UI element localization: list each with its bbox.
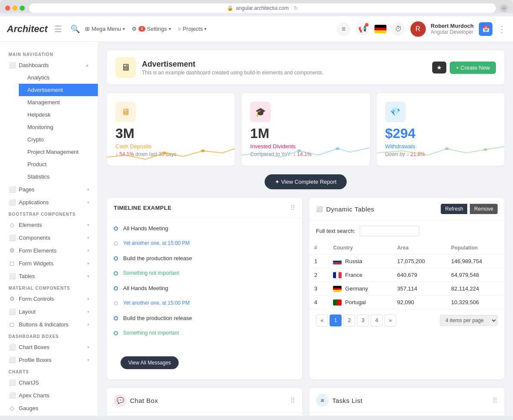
sidebar-item-form-controls[interactable]: ⚙ Form Controls ▾ <box>0 292 98 305</box>
sidebar-item-advertisement[interactable]: Advertisement <box>19 84 98 96</box>
per-page-dropdown[interactable]: 4 items per page 10 items per page <box>440 315 498 326</box>
sidebar-item-components[interactable]: ⬜ Components ▾ <box>0 231 98 244</box>
menu-lines-icon[interactable]: ≡ <box>337 22 351 36</box>
form-widgets-icon: ◻ <box>9 260 15 267</box>
analytics-label: Analytics <box>27 74 89 81</box>
sidebar-item-project-management[interactable]: Project Management <box>19 146 98 158</box>
lock-icon: 🔒 <box>227 5 233 11</box>
pagination-4[interactable]: 4 <box>371 314 383 326</box>
per-page-select[interactable]: 4 items per page 10 items per page <box>440 315 498 326</box>
close-button[interactable] <box>5 6 10 11</box>
sidebar-item-management[interactable]: Management <box>19 96 98 109</box>
minimize-button[interactable] <box>12 6 18 11</box>
bell-icon[interactable]: 📢 <box>356 22 369 36</box>
view-all-messages-button[interactable]: View All Messages <box>121 356 179 369</box>
fullscreen-button[interactable] <box>20 6 25 11</box>
clock-icon[interactable]: ⏱ <box>392 22 405 36</box>
tasks-icon: ≡ <box>316 394 329 407</box>
timeline-dot <box>114 331 118 335</box>
timeline-grid-button[interactable]: ⠿ <box>290 204 295 212</box>
row-population: 10,329,506 <box>446 296 504 309</box>
chevron-down-icon: ▾ <box>87 358 89 362</box>
sidebar-item-apex[interactable]: ⬜ Apex Charts <box>0 389 98 402</box>
dashboard-icon: ⬜ <box>9 62 15 68</box>
sidebar-item-chart-boxes[interactable]: ⬜ Chart Boxes ▾ <box>0 341 98 353</box>
svg-point-4 <box>445 147 449 150</box>
settings-link[interactable]: ⚙ 4 Settings ▾ <box>132 26 171 32</box>
mega-menu-link[interactable]: ⊞ Mega Menu ▾ <box>85 26 125 32</box>
chevron-down-icon: ▾ <box>204 26 206 31</box>
address-bar[interactable]: 🔒 angular.architectui.com ↻ <box>29 3 496 13</box>
pagination-first[interactable]: « <box>316 314 328 326</box>
col-header-population: Population <box>446 241 504 255</box>
chat-icon: 💬 <box>114 394 127 407</box>
refresh-button[interactable]: Refresh <box>441 204 467 214</box>
search-label: Full text search: <box>316 228 355 234</box>
sidebar-item-analytics[interactable]: Analytics <box>19 71 98 84</box>
sidebar-item-helpdesk[interactable]: Helpdesk <box>19 109 98 121</box>
sidebar-item-gauges[interactable]: ◇ Gauges <box>0 402 98 414</box>
row-country: France <box>328 268 392 282</box>
row-area: 640,679 <box>392 268 446 282</box>
sidebar-item-pages[interactable]: ⬜ Pages ▾ <box>0 183 98 196</box>
invested-value: 1M <box>250 126 361 141</box>
dots-menu-icon[interactable]: ⋮ <box>498 24 506 34</box>
chat-grid-button[interactable]: ⠿ <box>290 397 295 405</box>
projects-link[interactable]: ○ Projects ▾ <box>178 26 207 32</box>
sidebar-item-product[interactable]: Product <box>19 158 98 170</box>
withdrawals-icon: 💎 <box>385 102 406 122</box>
row-population: 146,989,754 <box>446 255 504 268</box>
view-report-button[interactable]: ✦ View Complete Report <box>265 174 347 189</box>
user-role: Angular Developer <box>431 29 474 35</box>
pagination-last[interactable]: » <box>384 314 396 326</box>
tl-title: Build the production release <box>123 315 192 321</box>
flag-ru <box>333 258 342 264</box>
sidebar-item-layout[interactable]: ⬜ Layout ▾ <box>0 305 98 318</box>
sidebar-item-tables[interactable]: ⬜ Tables ▾ <box>0 270 98 282</box>
sidebar-item-monitoring[interactable]: Monitoring <box>19 121 98 133</box>
language-flag[interactable] <box>374 25 386 33</box>
sidebar-item-form-elements[interactable]: ⚙ Form Elements ▾ <box>0 244 98 257</box>
sidebar-item-form-widgets[interactable]: ◻ Form Widgets ▾ <box>0 257 98 270</box>
tl-highlight[interactable]: Something not important <box>123 330 179 336</box>
avatar[interactable]: R <box>410 21 426 37</box>
new-tab-button[interactable]: + <box>500 4 508 12</box>
sidebar-item-crypto[interactable]: Crypto <box>19 133 98 146</box>
sidebar-item-elements[interactable]: ◇ Elements ▾ <box>0 218 98 231</box>
svg-point-1 <box>201 150 205 152</box>
nav-right: ≡ 📢 ⏱ R Robert Murdoch Angular Developer… <box>337 21 506 37</box>
timeline-dot <box>114 256 118 261</box>
star-button[interactable]: ★ <box>432 62 446 73</box>
tasks-grid-button[interactable]: ⠿ <box>492 397 498 405</box>
row-country: Portugal <box>328 296 392 309</box>
calendar-icon[interactable]: 📅 <box>479 22 492 36</box>
pagination-1[interactable]: 1 <box>330 314 342 326</box>
sidebar-item-statistics[interactable]: Statistics <box>19 170 98 183</box>
create-new-button[interactable]: + Create New <box>450 62 496 74</box>
form-widgets-label: Form Widgets <box>19 260 84 267</box>
reload-icon[interactable]: ↻ <box>294 5 298 11</box>
sidebar-item-buttons[interactable]: ◻ Buttons & Indicators ▾ <box>0 318 98 331</box>
top-navbar: Architect ☰ 🔍 ⊞ Mega Menu ▾ ⚙ 4 Settings… <box>0 16 513 42</box>
chevron-down-icon: ▾ <box>87 274 89 279</box>
tl-highlight[interactable]: Something not important <box>123 270 179 276</box>
pagination-3[interactable]: 3 <box>357 314 369 326</box>
chevron-down-icon: ▾ <box>87 297 89 301</box>
sidebar-item-applications[interactable]: ⬜ Applications ▾ <box>0 196 98 209</box>
search-icon[interactable]: 🔍 <box>71 24 80 34</box>
sidebar-item-chartjs[interactable]: ⬜ ChartJS <box>0 376 98 389</box>
sidebar-item-profile-boxes[interactable]: ⬜ Profile Boxes ▾ <box>0 353 98 366</box>
tl-time: Yet another one, at 15:00 PM <box>123 300 190 306</box>
user-name: Robert Murdoch <box>431 23 474 29</box>
pagination-2[interactable]: 2 <box>343 314 355 326</box>
row-num: 1 <box>309 255 328 268</box>
remove-button[interactable]: Remove <box>470 204 498 214</box>
material-section-title: MATERIAL COMPONENTS <box>0 282 98 292</box>
sidebar-item-dashboards[interactable]: ⬜ Dashboards ▲ <box>0 59 98 71</box>
search-input[interactable] <box>360 226 419 236</box>
hamburger-icon[interactable]: ☰ <box>54 24 62 34</box>
flag-de <box>333 286 342 292</box>
advertisement-label: Advertisement <box>27 87 89 93</box>
form-elements-label: Form Elements <box>19 247 84 254</box>
sidebar-item-chart-sparklines[interactable]: 〜 Chart Sparklines <box>0 414 98 416</box>
